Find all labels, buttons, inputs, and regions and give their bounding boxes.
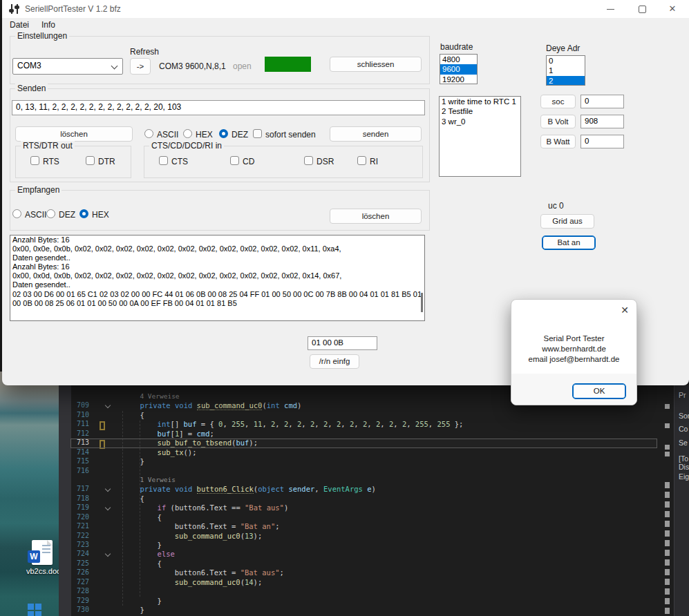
checkbox-dsr-label: DSR — [317, 157, 334, 166]
baudrate-item-selected[interactable]: 9600 — [440, 64, 477, 74]
rx-line: 02 03 00 D6 00 01 65 C1 02 03 02 00 00 F… — [10, 290, 424, 299]
line-number: 714 — [71, 448, 89, 456]
minimize-button[interactable] — [596, 0, 624, 18]
line-number: 716 — [71, 467, 89, 474]
rx-line: Daten gesendet.. — [10, 280, 424, 289]
send-clear-button[interactable]: löschen — [15, 126, 133, 142]
code-row: 717private void button6_Click(object sen… — [59, 485, 659, 494]
bvolt-button[interactable]: B Volt — [540, 115, 576, 128]
send-button[interactable]: senden — [330, 126, 422, 142]
close-button[interactable]: ✕ — [659, 0, 686, 18]
soc-button[interactable]: soc — [540, 95, 576, 108]
radio-send-dez-label: DEZ — [232, 130, 248, 139]
line-number: 711 — [71, 420, 89, 427]
radio-rx-dez-label: DEZ — [59, 210, 75, 220]
code-row: 722sub_command_uc0(13); — [59, 532, 659, 541]
scrollbar-mark — [665, 445, 670, 450]
menu-info[interactable]: Info — [41, 20, 55, 30]
chevron-down-icon — [111, 63, 118, 70]
open-label: open — [233, 61, 252, 71]
line-number: 727 — [71, 578, 89, 586]
editor-scrollbar[interactable] — [659, 385, 674, 616]
code-rows[interactable]: 4 Verweise709private void sub_command_uc… — [59, 392, 659, 616]
schliessen-button[interactable]: schliessen — [330, 57, 422, 72]
code-row: 712buf[1] = cmd; — [59, 430, 659, 439]
refresh-button[interactable]: -> — [130, 58, 151, 75]
command-item[interactable]: 3 wr_0 — [440, 117, 520, 126]
codelens-row: 1 Verweis — [59, 476, 659, 485]
side-panel-label: Eig — [679, 472, 689, 481]
rx-line: 0x00, 0x0d, 0x0b, 0x02, 0x02, 0x02, 0x02… — [10, 271, 424, 280]
dialog-ok-button[interactable]: OK — [572, 383, 626, 399]
uc0-label: uc 0 — [548, 201, 564, 211]
baudrate-item[interactable]: 19200 — [440, 75, 477, 84]
maximize-button[interactable] — [627, 0, 655, 18]
rx-line: 0x00, 0x0e, 0x0b, 0x02, 0x02, 0x02, 0x02… — [10, 244, 424, 253]
vs-editor-window[interactable]: 4 Verweise709private void sub_command_uc… — [59, 385, 689, 616]
bat-an-button[interactable]: Bat an — [542, 235, 596, 250]
soc-value[interactable]: 0 — [581, 95, 624, 108]
bvolt-value[interactable]: 908 — [581, 115, 624, 128]
rx-line: 00 0B 00 08 25 06 01 01 00 50 00 0A 00 E… — [10, 299, 424, 308]
line-number: 721 — [71, 522, 89, 530]
scrollbar-mark — [665, 521, 670, 527]
desktop-icon-label: vb2cs.doc — [26, 567, 58, 575]
radio-send-dez[interactable] — [219, 129, 228, 138]
bwatt-value[interactable]: 0 — [581, 135, 624, 148]
line-number: 730 — [71, 606, 89, 613]
checkbox-cd[interactable] — [230, 156, 239, 165]
code-row: 726button6.Text = "Bat aus"; — [59, 568, 659, 577]
crlf-insert-button[interactable]: /r/n einfg — [310, 354, 359, 369]
scrollbar-mark — [665, 404, 670, 409]
code-row: 715} — [59, 457, 659, 466]
send-data-input[interactable]: 0, 13, 11, 2, 2, 2, 2, 2, 2, 2, 2, 2, 2,… — [12, 100, 425, 115]
scrollbar-mark — [665, 550, 670, 556]
checkbox-rts[interactable] — [30, 156, 39, 165]
scrollbar-mark — [665, 608, 670, 614]
rx-line: Daten gesendet.. — [10, 253, 424, 262]
dialog-close-icon[interactable]: ✕ — [621, 305, 629, 316]
radio-rx-ascii[interactable] — [12, 209, 21, 218]
radio-send-hex[interactable] — [183, 129, 192, 138]
com-port-combobox[interactable]: COM3 — [12, 58, 123, 75]
scrollbar-mark — [665, 588, 670, 595]
rx-clear-button[interactable]: löschen — [330, 209, 422, 224]
group-einstellungen-label: Einstellungen — [15, 31, 69, 41]
line-number: 715 — [71, 457, 89, 465]
command-item[interactable]: 2 Testfile — [440, 106, 520, 116]
checkbox-dtr[interactable] — [86, 156, 95, 165]
deye-item[interactable]: 1 — [547, 66, 585, 75]
checkbox-cts[interactable] — [159, 156, 168, 165]
command-item[interactable]: 1 write time to RTC 1 — [440, 97, 520, 106]
radio-rx-dez[interactable] — [46, 209, 55, 218]
line-number: 728 — [71, 587, 89, 595]
line-number: 723 — [71, 541, 89, 548]
bwatt-button[interactable]: B Watt — [540, 135, 576, 148]
checkbox-cts-label: CTS — [171, 157, 188, 166]
checkbox-ri[interactable] — [357, 156, 366, 165]
desktop-icon-vb2cs[interactable]: W vb2cs.doc — [26, 540, 58, 575]
screen: W vb2cs.doc 4 Verweise709private void su… — [0, 0, 689, 616]
deye-adr-listbox[interactable]: 0 1 2 — [546, 55, 585, 86]
commands-listbox[interactable]: 1 write time to RTC 1 2 Testfile 3 wr_0 — [439, 96, 521, 177]
code-row: 728 — [59, 587, 659, 596]
menu-datei[interactable]: Datei — [10, 20, 29, 30]
window-title: SeriellPortTester V 1.2 bfz — [25, 4, 121, 14]
desktop-icon-partial[interactable] — [28, 604, 41, 616]
menu-bar: Datei Info — [2, 18, 689, 33]
checkbox-rts-label: RTS — [43, 157, 59, 166]
hex-command-input[interactable]: 01 00 0B — [308, 336, 377, 350]
checkbox-sofort-senden[interactable] — [253, 129, 262, 138]
deye-item-selected[interactable]: 2 — [547, 76, 585, 86]
checkbox-dsr[interactable] — [304, 156, 313, 165]
deye-item[interactable]: 0 — [547, 56, 585, 66]
radio-send-ascii[interactable] — [144, 129, 153, 138]
rx-scrollbar-thumb[interactable] — [421, 293, 423, 312]
code-row: 714sub_tx(); — [59, 448, 659, 457]
grid-aus-button[interactable]: Grid aus — [540, 214, 594, 229]
baudrate-item[interactable]: 4800 — [440, 55, 477, 64]
receive-log[interactable]: Anzahl Bytes: 16 0x00, 0x0e, 0x0b, 0x02,… — [10, 235, 425, 321]
radio-rx-hex[interactable] — [79, 209, 88, 218]
baudrate-listbox[interactable]: 4800 9600 19200 — [440, 54, 478, 84]
side-panel-label: Pr — [679, 391, 686, 399]
